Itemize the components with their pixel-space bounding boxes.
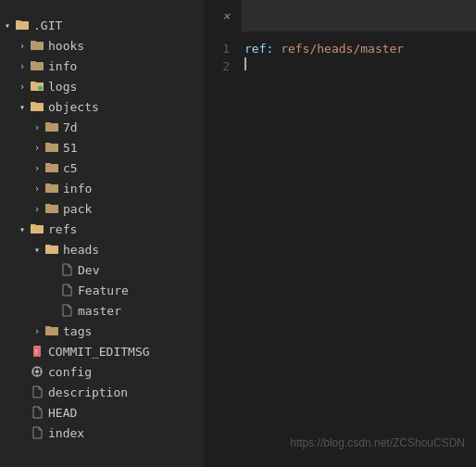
line-number-1: 1 bbox=[211, 40, 230, 57]
tree-icon-objects-info bbox=[44, 181, 59, 196]
tree-icon-refs bbox=[30, 221, 44, 236]
tree-item-51[interactable]: ›51 bbox=[0, 137, 204, 158]
tree-label-index: index bbox=[48, 426, 84, 440]
tree-item-objects-info[interactable]: ›info bbox=[0, 178, 204, 198]
tree-item-pack[interactable]: ›pack bbox=[0, 198, 204, 219]
tree-label-master-file: master bbox=[78, 304, 121, 318]
tree-item-master-file[interactable]: master bbox=[0, 300, 204, 321]
tree-icon-master-file bbox=[59, 303, 74, 318]
tree-icon-51 bbox=[44, 140, 59, 155]
line-numbers: 12 bbox=[204, 32, 237, 467]
tree-item-7d[interactable]: ›7d bbox=[0, 117, 204, 137]
tree-icon-heads bbox=[44, 242, 59, 257]
tree-item-head-file[interactable]: HEAD bbox=[0, 402, 204, 423]
tree-icon-7d bbox=[44, 120, 59, 134]
tree-label-git-root: .GIT bbox=[33, 19, 62, 32]
tree-item-objects[interactable]: ▾objects bbox=[0, 96, 204, 117]
tree-label-heads: heads bbox=[63, 243, 99, 257]
tree-arrow-git-root: ▾ bbox=[0, 20, 15, 31]
tree-icon-hooks bbox=[30, 38, 44, 53]
tree-item-refs[interactable]: ▾refs bbox=[0, 219, 204, 239]
tree-icon-commit-editmsg: ! bbox=[30, 344, 44, 359]
tree-icon-tags bbox=[44, 323, 59, 338]
tree-icon-pack bbox=[44, 201, 59, 216]
tree-label-dev: Dev bbox=[78, 263, 99, 277]
tree-label-refs: refs bbox=[48, 222, 77, 236]
code-line-1: ref: refs/heads/master bbox=[244, 40, 476, 57]
tree-item-feature[interactable]: Feature bbox=[0, 280, 204, 300]
tree-icon-description bbox=[30, 385, 44, 399]
tree-label-config: config bbox=[48, 365, 92, 379]
tree-label-7d: 7d bbox=[63, 120, 78, 134]
tree-arrow-c5: › bbox=[30, 163, 44, 173]
sidebar-tree: ▾.GIT›hooks›info›logs▾objects›7d›51›c5›i… bbox=[0, 15, 204, 443]
tree-icon-c5 bbox=[44, 160, 59, 175]
tree-item-hooks[interactable]: ›hooks bbox=[0, 35, 204, 56]
tree-label-objects: objects bbox=[48, 100, 99, 114]
code-area[interactable]: ref: refs/heads/master https://blog.csdn… bbox=[237, 32, 476, 467]
code-lines: ref: refs/heads/master bbox=[244, 40, 476, 70]
tree-icon-objects bbox=[30, 99, 44, 114]
tab-bar: × bbox=[204, 0, 476, 32]
tree-item-git-root[interactable]: ▾.GIT bbox=[0, 15, 204, 35]
code-line-2 bbox=[244, 57, 476, 70]
tree-icon-index bbox=[30, 425, 44, 440]
tree-arrow-objects: ▾ bbox=[15, 102, 30, 112]
tree-arrow-info: › bbox=[15, 61, 30, 71]
watermark: https://blog.csdn.net/ZCShouCSDN bbox=[290, 435, 465, 452]
tree-label-pack: pack bbox=[63, 202, 92, 216]
editor-content: 12 ref: refs/heads/master https://blog.c… bbox=[204, 32, 476, 467]
tree-label-objects-info: info bbox=[63, 182, 92, 196]
tree-label-c5: c5 bbox=[63, 161, 78, 175]
tree-label-info: info bbox=[48, 59, 77, 73]
tree-icon-config bbox=[30, 364, 44, 379]
tree-label-commit-editmsg: COMMIT_EDITMSG bbox=[48, 345, 150, 359]
tree-label-feature: Feature bbox=[78, 284, 129, 297]
tree-item-commit-editmsg[interactable]: !COMMIT_EDITMSG bbox=[0, 341, 204, 361]
line-number-2: 2 bbox=[211, 57, 230, 75]
tree-icon-git-root bbox=[15, 18, 30, 32]
svg-rect-0 bbox=[38, 86, 43, 90]
tree-label-hooks: hooks bbox=[48, 39, 84, 53]
tree-item-config[interactable]: config bbox=[0, 361, 204, 382]
tree-arrow-refs: ▾ bbox=[15, 224, 30, 234]
tree-item-index[interactable]: index bbox=[0, 423, 204, 443]
tree-label-51: 51 bbox=[63, 141, 78, 155]
tree-item-c5[interactable]: ›c5 bbox=[0, 158, 204, 178]
tree-icon-dev bbox=[59, 262, 74, 277]
editor-pane: × 12 ref: refs/heads/master https://blog… bbox=[204, 0, 476, 467]
tree-label-description: description bbox=[48, 385, 128, 399]
tree-label-head-file: HEAD bbox=[48, 406, 77, 420]
tree-arrow-hooks: › bbox=[15, 41, 30, 51]
tree-item-info[interactable]: ›info bbox=[0, 56, 204, 76]
tree-label-tags: tags bbox=[63, 324, 92, 338]
tree-item-logs[interactable]: ›logs bbox=[0, 76, 204, 96]
tree-icon-info bbox=[30, 58, 44, 73]
svg-text:!: ! bbox=[34, 348, 38, 356]
tree-icon-logs bbox=[30, 79, 44, 94]
sidebar-header bbox=[0, 0, 204, 15]
tree-item-dev[interactable]: Dev bbox=[0, 259, 204, 280]
tree-icon-head-file bbox=[30, 405, 44, 420]
tree-arrow-logs: › bbox=[15, 82, 30, 92]
tab-close-button[interactable]: × bbox=[222, 9, 230, 22]
tree-arrow-7d: › bbox=[30, 122, 44, 133]
tree-arrow-objects-info: › bbox=[30, 183, 44, 194]
tree-arrow-51: › bbox=[30, 143, 44, 153]
tree-arrow-heads: ▾ bbox=[30, 245, 44, 255]
tree-item-heads[interactable]: ▾heads bbox=[0, 239, 204, 259]
sidebar: ▾.GIT›hooks›info›logs▾objects›7d›51›c5›i… bbox=[0, 0, 204, 467]
tree-label-logs: logs bbox=[48, 80, 77, 94]
tree-arrow-tags: › bbox=[30, 326, 44, 336]
tree-icon-feature bbox=[59, 283, 74, 297]
tree-item-tags[interactable]: ›tags bbox=[0, 321, 204, 341]
svg-point-4 bbox=[35, 370, 39, 373]
tree-arrow-pack: › bbox=[30, 204, 44, 214]
tree-item-description[interactable]: description bbox=[0, 382, 204, 402]
tab-head[interactable]: × bbox=[204, 0, 242, 32]
